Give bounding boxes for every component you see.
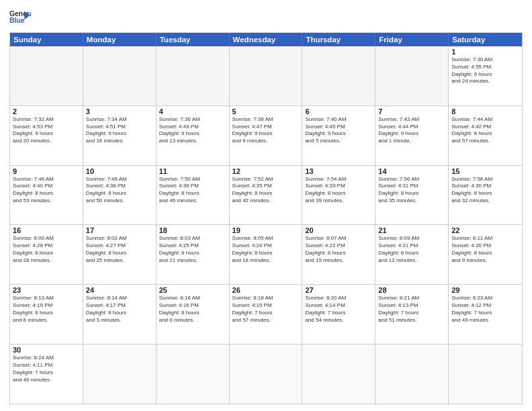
page-header: General Blue [9, 7, 523, 28]
day-number: 9 [13, 167, 80, 175]
day-info: Sunrise: 8:18 AM Sunset: 4:15 PM Dayligh… [232, 295, 300, 324]
day-cell: 30Sunrise: 8:24 AM Sunset: 4:11 PM Dayli… [10, 345, 83, 404]
day-info: Sunrise: 8:16 AM Sunset: 4:16 PM Dayligh… [159, 295, 226, 324]
day-info: Sunrise: 7:36 AM Sunset: 4:49 PM Dayligh… [159, 116, 226, 145]
day-cell: 16Sunrise: 8:00 AM Sunset: 4:28 PM Dayli… [10, 225, 83, 284]
day-cell: 24Sunrise: 8:14 AM Sunset: 4:17 PM Dayli… [83, 285, 157, 344]
day-cell: 29Sunrise: 8:23 AM Sunset: 4:12 PM Dayli… [449, 285, 522, 344]
day-cell [157, 345, 230, 404]
day-cell: 7Sunrise: 7:42 AM Sunset: 4:44 PM Daylig… [375, 106, 449, 165]
day-cell [449, 345, 522, 404]
day-number: 27 [305, 286, 372, 294]
day-number: 1 [451, 48, 519, 56]
day-info: Sunrise: 8:05 AM Sunset: 4:24 PM Dayligh… [232, 235, 300, 264]
day-cell: 3Sunrise: 7:34 AM Sunset: 4:51 PM Daylig… [83, 106, 157, 165]
day-number: 19 [232, 226, 300, 234]
day-info: Sunrise: 7:40 AM Sunset: 4:45 PM Dayligh… [305, 116, 372, 145]
day-cell: 8Sunrise: 7:44 AM Sunset: 4:42 PM Daylig… [449, 106, 522, 165]
day-header-monday: Monday [83, 33, 157, 46]
day-number: 24 [86, 286, 153, 294]
logo: General Blue [9, 7, 31, 28]
day-info: Sunrise: 7:50 AM Sunset: 4:36 PM Dayligh… [159, 176, 226, 205]
day-number: 13 [305, 167, 372, 175]
day-number: 21 [378, 226, 445, 234]
day-header-thursday: Thursday [302, 33, 375, 46]
day-cell [10, 46, 83, 105]
day-number: 10 [86, 167, 153, 175]
day-info: Sunrise: 8:11 AM Sunset: 4:20 PM Dayligh… [451, 235, 519, 264]
svg-text:Blue: Blue [9, 17, 25, 24]
day-cell: 27Sunrise: 8:20 AM Sunset: 4:14 PM Dayli… [302, 285, 375, 344]
day-info: Sunrise: 7:32 AM Sunset: 4:53 PM Dayligh… [13, 116, 80, 145]
day-number: 3 [86, 107, 153, 116]
day-headers-row: SundayMondayTuesdayWednesdayThursdayFrid… [10, 33, 522, 46]
day-number: 2 [13, 107, 80, 116]
day-number: 7 [378, 107, 445, 116]
logo-icon: General Blue [9, 7, 31, 28]
day-cell [157, 46, 230, 105]
day-number: 5 [232, 107, 300, 116]
day-info: Sunrise: 8:20 AM Sunset: 4:14 PM Dayligh… [305, 295, 372, 324]
day-cell [230, 345, 303, 404]
day-cell: 6Sunrise: 7:40 AM Sunset: 4:45 PM Daylig… [302, 106, 375, 165]
day-cell: 11Sunrise: 7:50 AM Sunset: 4:36 PM Dayli… [157, 166, 230, 225]
day-number: 22 [451, 226, 519, 234]
day-cell: 22Sunrise: 8:11 AM Sunset: 4:20 PM Dayli… [449, 225, 522, 284]
day-info: Sunrise: 7:44 AM Sunset: 4:42 PM Dayligh… [451, 116, 519, 145]
day-info: Sunrise: 7:46 AM Sunset: 4:40 PM Dayligh… [13, 176, 80, 205]
day-cell: 12Sunrise: 7:52 AM Sunset: 4:35 PM Dayli… [230, 166, 303, 225]
day-info: Sunrise: 8:13 AM Sunset: 4:19 PM Dayligh… [13, 295, 80, 324]
day-cell [375, 46, 449, 105]
day-number: 18 [159, 226, 226, 234]
day-number: 6 [305, 107, 372, 116]
day-number: 17 [86, 226, 153, 234]
week-row: 9Sunrise: 7:46 AM Sunset: 4:40 PM Daylig… [10, 165, 522, 225]
day-cell [83, 345, 157, 404]
day-cell: 25Sunrise: 8:16 AM Sunset: 4:16 PM Dayli… [157, 285, 230, 344]
day-cell: 17Sunrise: 8:02 AM Sunset: 4:27 PM Dayli… [83, 225, 157, 284]
day-number: 4 [159, 107, 226, 116]
day-cell [302, 46, 375, 105]
day-cell: 28Sunrise: 8:21 AM Sunset: 4:13 PM Dayli… [375, 285, 449, 344]
day-cell: 5Sunrise: 7:38 AM Sunset: 4:47 PM Daylig… [230, 106, 303, 165]
day-number: 12 [232, 167, 300, 175]
day-cell: 13Sunrise: 7:54 AM Sunset: 4:33 PM Dayli… [302, 166, 375, 225]
day-info: Sunrise: 7:58 AM Sunset: 4:30 PM Dayligh… [451, 176, 519, 205]
day-info: Sunrise: 7:30 AM Sunset: 4:55 PM Dayligh… [451, 56, 519, 85]
calendar: SundayMondayTuesdayWednesdayThursdayFrid… [9, 32, 523, 404]
day-cell: 4Sunrise: 7:36 AM Sunset: 4:49 PM Daylig… [157, 106, 230, 165]
day-cell: 20Sunrise: 8:07 AM Sunset: 4:22 PM Dayli… [302, 225, 375, 284]
day-header-friday: Friday [375, 33, 449, 46]
day-info: Sunrise: 8:02 AM Sunset: 4:27 PM Dayligh… [86, 235, 153, 264]
day-cell [302, 345, 375, 404]
day-cell: 23Sunrise: 8:13 AM Sunset: 4:19 PM Dayli… [10, 285, 83, 344]
calendar-weeks: 1Sunrise: 7:30 AM Sunset: 4:55 PM Daylig… [10, 46, 522, 404]
day-number: 30 [13, 346, 80, 354]
day-cell: 1Sunrise: 7:30 AM Sunset: 4:55 PM Daylig… [449, 46, 522, 105]
day-info: Sunrise: 7:42 AM Sunset: 4:44 PM Dayligh… [378, 116, 445, 145]
day-header-sunday: Sunday [10, 33, 83, 46]
day-cell: 2Sunrise: 7:32 AM Sunset: 4:53 PM Daylig… [10, 106, 83, 165]
day-number: 8 [451, 107, 519, 116]
day-info: Sunrise: 7:34 AM Sunset: 4:51 PM Dayligh… [86, 116, 153, 145]
day-header-tuesday: Tuesday [157, 33, 230, 46]
day-cell [230, 46, 303, 105]
week-row: 1Sunrise: 7:30 AM Sunset: 4:55 PM Daylig… [10, 46, 522, 105]
day-cell: 19Sunrise: 8:05 AM Sunset: 4:24 PM Dayli… [230, 225, 303, 284]
day-number: 16 [13, 226, 80, 234]
week-row: 16Sunrise: 8:00 AM Sunset: 4:28 PM Dayli… [10, 224, 522, 284]
day-info: Sunrise: 8:24 AM Sunset: 4:11 PM Dayligh… [13, 355, 80, 383]
day-cell: 15Sunrise: 7:58 AM Sunset: 4:30 PM Dayli… [449, 166, 522, 225]
week-row: 30Sunrise: 8:24 AM Sunset: 4:11 PM Dayli… [10, 344, 522, 404]
day-number: 25 [159, 286, 226, 294]
day-cell [375, 345, 449, 404]
day-header-wednesday: Wednesday [230, 33, 303, 46]
day-number: 11 [159, 167, 226, 175]
day-cell: 18Sunrise: 8:03 AM Sunset: 4:25 PM Dayli… [157, 225, 230, 284]
day-cell: 10Sunrise: 7:48 AM Sunset: 4:38 PM Dayli… [83, 166, 157, 225]
day-info: Sunrise: 8:09 AM Sunset: 4:21 PM Dayligh… [378, 235, 445, 264]
day-info: Sunrise: 7:52 AM Sunset: 4:35 PM Dayligh… [232, 176, 300, 205]
week-row: 2Sunrise: 7:32 AM Sunset: 4:53 PM Daylig… [10, 105, 522, 165]
day-number: 28 [378, 286, 445, 294]
day-info: Sunrise: 7:48 AM Sunset: 4:38 PM Dayligh… [86, 176, 153, 205]
